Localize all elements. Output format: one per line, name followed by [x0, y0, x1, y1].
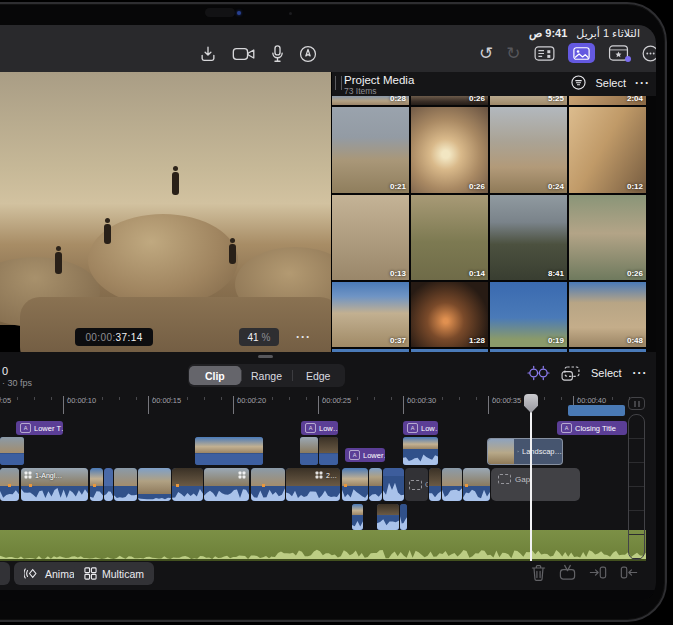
timeline-resize-handle[interactable] [258, 355, 273, 358]
undo-icon[interactable]: ↺ [479, 45, 493, 62]
redo-icon[interactable]: ↻ [506, 45, 520, 62]
audio-track-clip[interactable] [0, 530, 646, 561]
timeline-multicam-clip[interactable] [204, 468, 249, 501]
title-clip[interactable]: ALow… [403, 421, 438, 435]
timeline-clip[interactable] [369, 468, 382, 501]
blade-icon[interactable] [559, 564, 576, 581]
clip-marker[interactable] [465, 484, 468, 487]
tab-range[interactable]: Range [241, 366, 293, 385]
timeline-vertical-scrollbar[interactable] [628, 414, 645, 560]
clip-duration: 0:21 [390, 182, 406, 191]
media-thumbnail[interactable]: 0:37 [332, 282, 409, 347]
viewer-video-frame[interactable] [0, 72, 331, 325]
media-thumbnail[interactable]: 0:26 [411, 96, 488, 105]
timeline-clip[interactable] [138, 468, 171, 501]
timeline-clip[interactable] [568, 405, 625, 416]
media-select-button[interactable]: Select [595, 77, 626, 89]
timeline-more-button[interactable]: ··· [633, 366, 648, 380]
animate-icon [24, 567, 40, 580]
title-clip[interactable]: ALower… [345, 448, 385, 462]
clip-marker[interactable] [262, 484, 265, 487]
connected-clip[interactable] [0, 437, 24, 465]
edge-button-partial[interactable] [0, 562, 10, 585]
media-thumbnail[interactable]: 5:25 [490, 96, 567, 105]
multicam-button[interactable]: Multicam [74, 562, 154, 585]
tab-edge[interactable]: Edge [292, 366, 344, 385]
title-clip-label: Closing Title [575, 424, 616, 433]
timecode-value: 37:14 [116, 332, 143, 343]
media-browser-panel: Project Media 73 Items Select ··· 0:28 0… [332, 72, 656, 352]
clip-marker[interactable] [176, 484, 179, 487]
media-thumbnail[interactable]: 0:24 [490, 107, 567, 193]
connected-clip[interactable] [352, 504, 363, 530]
project-title: 0 [2, 365, 8, 377]
delete-icon[interactable] [531, 564, 546, 581]
project-fps: · 30 fps [2, 378, 32, 388]
title-clip[interactable]: ALow… [301, 421, 338, 435]
timeline-gap-clip[interactable]: G… [405, 468, 428, 501]
clip-marker[interactable] [344, 484, 347, 487]
connected-clip[interactable] [403, 437, 438, 465]
timeline-clip[interactable] [383, 468, 404, 501]
jog-wheel-icon[interactable] [527, 365, 550, 381]
playhead-line[interactable] [530, 411, 532, 561]
timeline-clip[interactable] [442, 468, 462, 501]
connected-clip[interactable] [400, 504, 407, 530]
filter-icon[interactable] [571, 75, 586, 90]
zoom-level-button[interactable]: 41% [239, 328, 279, 346]
title-clip[interactable]: AClosing Title [557, 421, 627, 435]
inspector-icon[interactable] [534, 46, 555, 61]
media-thumbnail[interactable]: 0:12 [569, 107, 646, 193]
track-pause-icon[interactable] [628, 397, 645, 410]
tab-clip[interactable]: Clip [189, 366, 241, 385]
clip-label: Landscap… [522, 447, 562, 456]
timeline-clip[interactable] [104, 468, 113, 501]
effects-icon[interactable] [608, 45, 629, 61]
timeline-multicam-clip[interactable]: 2… [286, 468, 340, 501]
timecode-display[interactable]: 00:00:37:14 [75, 328, 153, 346]
clip-duration: 5:25 [548, 96, 564, 103]
media-thumbnail[interactable]: 0:26 [569, 195, 646, 280]
media-thumbnail[interactable]: 0:14 [411, 195, 488, 280]
media-thumbnail[interactable]: 1:28 [411, 282, 488, 347]
media-thumbnail[interactable]: 0:48 [569, 282, 646, 347]
media-browser-button[interactable] [568, 43, 595, 63]
timeline-clip[interactable] [90, 468, 103, 501]
import-icon[interactable] [199, 45, 217, 63]
playhead-handle[interactable] [524, 394, 538, 413]
title-clip[interactable]: ALower T… [16, 421, 63, 435]
clip-marker[interactable] [8, 484, 11, 487]
timeline-clip[interactable] [251, 468, 285, 501]
media-thumbnail[interactable]: 0:21 [332, 107, 409, 193]
zoom-value: 41 [247, 332, 258, 343]
connected-clip[interactable] [195, 437, 263, 465]
media-thumbnail[interactable]: 8:41 [490, 195, 567, 280]
edit-actions-group [531, 564, 638, 581]
landscape-clip-selected[interactable]: Landscap… [487, 438, 563, 465]
record-camera-icon[interactable] [232, 46, 256, 62]
connected-clip[interactable] [377, 504, 399, 530]
overlay-icon[interactable] [561, 366, 580, 381]
connected-clip[interactable] [300, 437, 318, 465]
media-more-button[interactable]: ··· [635, 76, 650, 90]
timeline-select-button[interactable]: Select [591, 367, 622, 379]
timeline-clip[interactable] [114, 468, 137, 501]
media-thumbnail[interactable]: 0:19 [490, 282, 567, 347]
clip-marker[interactable] [93, 484, 96, 487]
media-thumbnail[interactable]: 0:28 [332, 96, 409, 105]
panel-drag-handle-icon[interactable] [335, 76, 342, 90]
apple-pencil-icon[interactable] [299, 45, 317, 63]
viewer-more-button[interactable]: ··· [296, 330, 311, 344]
media-thumbnail[interactable]: 0:13 [332, 195, 409, 280]
microphone-icon[interactable] [271, 45, 284, 63]
clip-marker[interactable] [29, 484, 32, 487]
media-thumbnail[interactable]: 2:04 [569, 96, 646, 105]
append-icon[interactable] [620, 564, 638, 581]
title-icon: A [20, 423, 31, 433]
more-icon[interactable] [642, 45, 657, 62]
timeline-gap-clip[interactable]: Gap [491, 468, 580, 501]
insert-icon[interactable] [589, 564, 607, 581]
connected-clip[interactable] [319, 437, 338, 465]
media-thumbnail[interactable]: 0:26 [411, 107, 488, 193]
timeline-clip[interactable] [429, 468, 441, 501]
